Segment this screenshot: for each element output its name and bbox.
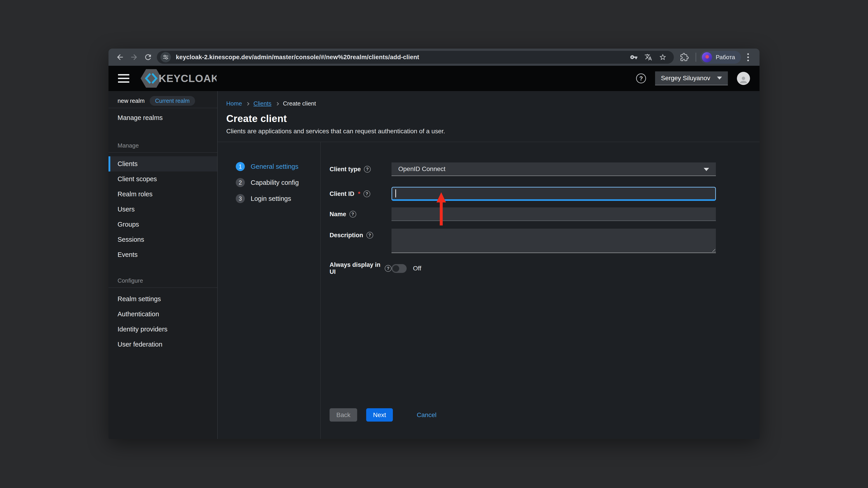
site-info-button[interactable] (160, 52, 171, 62)
wizard-step-capability-config[interactable]: 2 Capability config (236, 178, 320, 187)
help-icon[interactable]: ? (366, 232, 373, 238)
puzzle-extensions-icon (680, 53, 689, 61)
sidebar-item-client-scopes[interactable]: Client scopes (108, 171, 217, 187)
client-id-label: Client ID * ? (330, 187, 392, 201)
sidebar-item-identity-providers[interactable]: Identity providers (108, 322, 217, 337)
always-display-toggle[interactable] (392, 264, 407, 273)
browser-menu-button[interactable] (741, 50, 755, 64)
sidebar-item-events[interactable]: Events (108, 247, 217, 262)
text-cursor (395, 189, 396, 197)
sidebar-group-label-configure: Configure (108, 277, 217, 287)
user-name: Sergey Siluyanov (661, 74, 710, 82)
breadcrumb-current: Create client (283, 100, 316, 107)
refresh-icon (144, 53, 152, 61)
wizard-step-login-settings[interactable]: 3 Login settings (236, 194, 320, 203)
browser-toolbar: keycloak-2.kinescope.dev/admin/master/co… (108, 48, 760, 66)
extensions-button[interactable] (677, 50, 691, 64)
back-arrow-icon (116, 53, 124, 61)
forward-arrow-icon (130, 53, 138, 61)
wizard-step-general-settings[interactable]: 1 General settings (236, 162, 320, 171)
user-avatar[interactable] (737, 72, 750, 85)
client-type-row: Client type ? OpenID Connect (330, 162, 716, 176)
help-icon[interactable]: ? (364, 191, 370, 197)
sidebar-nav: new realm Current realm Manage realms Ma… (108, 91, 218, 439)
name-row: Name ? (330, 207, 716, 221)
cancel-link[interactable]: Cancel (417, 412, 436, 419)
annotation-arrow-icon (436, 192, 446, 226)
sidebar-item-manage-realms[interactable]: Manage realms (108, 108, 217, 127)
toggle-state-label: Off (413, 265, 421, 272)
next-button[interactable]: Next (366, 408, 393, 422)
wizard-steps-nav: 1 General settings 2 Capability config 3… (218, 142, 321, 439)
breadcrumb-home-link[interactable]: Home (226, 100, 242, 107)
password-key-icon[interactable] (630, 53, 638, 61)
realm-name: new realm (118, 97, 145, 104)
sidebar-item-groups[interactable]: Groups (108, 217, 217, 232)
sidebar-manage-list: Clients Client scopes Realm roles Users … (108, 153, 217, 262)
client-type-value: OpenID Connect (398, 165, 445, 173)
help-icon[interactable]: ? (385, 265, 392, 272)
translate-icon[interactable] (645, 53, 652, 61)
sidebar-item-users[interactable]: Users (108, 202, 217, 217)
back-button[interactable]: Back (330, 408, 357, 422)
create-client-form: Client type ? OpenID Connect Clien (321, 142, 760, 439)
sidebar-toggle-button[interactable] (118, 74, 129, 83)
desktop-background: { "browser": { "url": "keycloak-2.kinesc… (0, 0, 868, 488)
breadcrumb-clients-link[interactable]: Clients (253, 100, 271, 107)
toggle-knob (393, 265, 399, 272)
person-icon (739, 75, 748, 85)
name-label: Name ? (330, 207, 392, 221)
profile-avatar (702, 52, 712, 62)
realm-selector[interactable]: new realm Current realm (108, 94, 217, 108)
description-label: Description ? (330, 229, 392, 253)
always-display-label: Always display in UI ? (330, 261, 392, 275)
sidebar-item-realm-roles[interactable]: Realm roles (108, 187, 217, 202)
client-type-select[interactable]: OpenID Connect (392, 162, 716, 176)
browser-window: keycloak-2.kinescope.dev/admin/master/co… (108, 48, 760, 439)
main-content: Home Clients Create client Create client… (218, 91, 760, 439)
browser-forward-button[interactable] (127, 50, 141, 64)
chevron-down-icon (717, 76, 722, 79)
page-subtitle: Clients are applications and services th… (226, 128, 760, 135)
sidebar-item-authentication[interactable]: Authentication (108, 306, 217, 322)
step-number-badge: 1 (236, 162, 245, 171)
sidebar-configure-list: Realm settings Authentication Identity p… (108, 288, 217, 352)
site-settings-sliders-icon (162, 54, 169, 61)
browser-profile-chip[interactable]: Работа (700, 51, 741, 64)
user-menu-dropdown[interactable]: Sergey Siluyanov (655, 71, 728, 86)
svg-text:KEYCLOAK: KEYCLOAK (159, 72, 217, 84)
breadcrumb-chevron-icon (276, 102, 279, 106)
page-header: Home Clients Create client Create client… (218, 91, 760, 142)
sidebar-group-label-manage: Manage (108, 142, 217, 152)
breadcrumb: Home Clients Create client (226, 100, 760, 107)
required-asterisk: * (358, 191, 361, 197)
description-textarea[interactable] (392, 229, 716, 253)
wizard-footer: Back Next Cancel (330, 408, 716, 422)
chevron-down-icon (704, 168, 709, 171)
keycloak-masthead: KEYCLOAK ? Sergey Siluyanov (108, 66, 760, 91)
bookmark-star-icon[interactable] (659, 53, 666, 61)
address-bar[interactable]: keycloak-2.kinescope.dev/admin/master/co… (157, 51, 674, 64)
sidebar-item-realm-settings[interactable]: Realm settings (108, 291, 217, 306)
help-icon[interactable]: ? (364, 166, 371, 173)
url-text[interactable]: keycloak-2.kinescope.dev/admin/master/co… (176, 54, 626, 61)
help-icon[interactable]: ? (636, 73, 646, 84)
current-realm-badge: Current realm (150, 96, 195, 106)
client-id-row: Client ID * ? (330, 187, 716, 201)
sidebar-item-clients[interactable]: Clients (108, 156, 217, 171)
step-number-badge: 3 (236, 194, 245, 203)
always-display-row: Always display in UI ? Off (330, 261, 716, 275)
sidebar-item-sessions[interactable]: Sessions (108, 232, 217, 247)
browser-refresh-button[interactable] (141, 50, 155, 64)
profile-label: Работа (716, 54, 735, 61)
help-icon[interactable]: ? (349, 211, 356, 218)
sidebar-item-user-federation[interactable]: User federation (108, 337, 217, 352)
page-title: Create client (226, 113, 760, 124)
browser-back-button[interactable] (113, 50, 127, 64)
description-row: Description ? (330, 229, 716, 253)
kebab-menu-icon (747, 53, 749, 61)
client-type-label: Client type ? (330, 162, 392, 176)
keycloak-logo: KEYCLOAK (140, 69, 217, 88)
breadcrumb-chevron-icon (246, 102, 250, 106)
address-bar-icons (630, 53, 666, 61)
